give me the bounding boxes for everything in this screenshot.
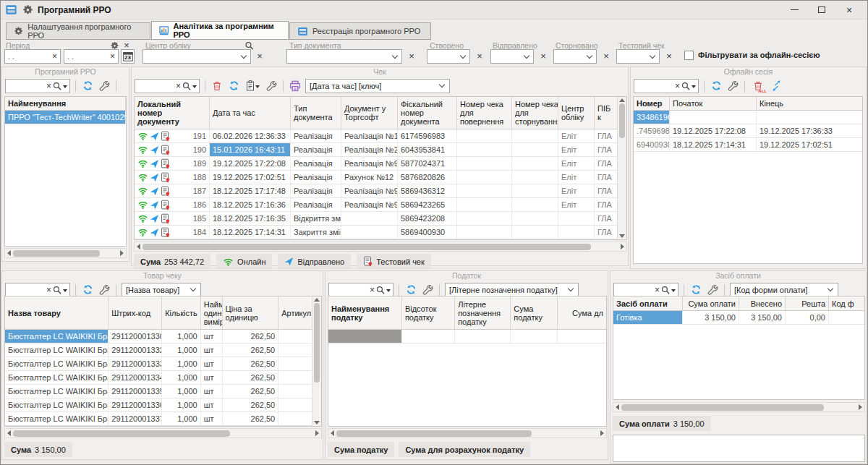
clear-x-icon[interactable]: × bbox=[655, 285, 660, 295]
column-header[interactable]: Внесено bbox=[739, 297, 786, 310]
close-button[interactable]: × bbox=[835, 2, 863, 18]
table-row[interactable]: Бюстгалтер LC WAIKIKI Бра ... 2911200013… bbox=[5, 344, 312, 357]
search-input[interactable]: × bbox=[613, 283, 678, 297]
column-header[interactable]: Засіб оплати bbox=[613, 297, 683, 310]
table-row[interactable]: Бюстгалтер LC WAIKIKI Бра ... 2911200013… bbox=[5, 398, 312, 412]
sent-clear-icon[interactable]: × bbox=[538, 51, 548, 61]
horizontal-scrollbar[interactable] bbox=[328, 428, 607, 438]
vertical-scrollbar[interactable] bbox=[312, 297, 321, 426]
column-header[interactable]: Відсоток податку bbox=[402, 297, 455, 329]
search-input[interactable]: × bbox=[634, 79, 699, 93]
refresh-button[interactable] bbox=[227, 80, 240, 93]
clear-x-icon[interactable]: × bbox=[52, 51, 57, 61]
table-row[interactable]: ПРРО "Тест-TechWriter" 4001029825 bbox=[5, 111, 126, 124]
table-row[interactable]: Бюстгалтер LC WAIKIKI Бра ... 2911200013… bbox=[5, 385, 312, 398]
horizontal-scrollbar[interactable] bbox=[4, 248, 127, 258]
center-select[interactable] bbox=[142, 49, 251, 64]
search-input[interactable]: × bbox=[135, 79, 200, 93]
table-row-selected[interactable]: 190 15.01.2026 16:43:11 Реалізація Реалі… bbox=[135, 143, 617, 157]
sort-select[interactable]: [Дата та час] [ключ] bbox=[305, 79, 450, 93]
table-row[interactable]: 185 18.12.2025 17:16:35 Відкриття зм... … bbox=[135, 212, 617, 226]
table-row[interactable]: 187 18.12.2025 17:17:48 Реалізація Реалі… bbox=[135, 184, 617, 198]
refresh-button[interactable] bbox=[81, 80, 94, 93]
date-from-input[interactable]: . . × bbox=[4, 49, 61, 64]
tab-registration[interactable]: Реєстрація програмного РРО bbox=[289, 22, 431, 40]
search-icon[interactable] bbox=[182, 82, 191, 90]
doc-type-select[interactable] bbox=[286, 49, 402, 64]
table-row[interactable]: Бюстгалтер LC WAIKIKI Бра ... 2911200013… bbox=[5, 371, 312, 385]
clear-x-icon[interactable]: × bbox=[370, 285, 375, 295]
refresh-button[interactable] bbox=[81, 283, 94, 297]
created-clear-icon[interactable]: × bbox=[475, 51, 485, 61]
search-icon[interactable] bbox=[53, 82, 61, 90]
settings-button[interactable] bbox=[421, 283, 434, 297]
clear-x-icon[interactable]: × bbox=[176, 81, 181, 91]
column-header[interactable]: Штрих-код bbox=[109, 297, 162, 329]
horizontal-scrollbar[interactable] bbox=[613, 402, 865, 412]
search-icon[interactable] bbox=[376, 286, 385, 294]
delete-all-button[interactable]: ALL bbox=[750, 80, 766, 93]
clear-x-icon[interactable]: × bbox=[46, 285, 51, 295]
horizontal-scrollbar[interactable] bbox=[134, 242, 627, 252]
refresh-button[interactable] bbox=[689, 283, 702, 297]
tab-settings[interactable]: Налаштування програмного РРО bbox=[6, 22, 150, 40]
column-header[interactable]: Ціна за одиницю bbox=[223, 297, 279, 329]
column-header[interactable]: Кінець bbox=[757, 97, 860, 110]
maximize-button[interactable] bbox=[808, 2, 835, 18]
search-icon[interactable] bbox=[681, 82, 690, 90]
storno-clear-icon[interactable]: × bbox=[601, 51, 611, 61]
refresh-button[interactable] bbox=[710, 80, 723, 93]
sent-select[interactable] bbox=[490, 49, 534, 64]
column-header[interactable]: Номер bbox=[634, 97, 670, 110]
vertical-scrollbar[interactable] bbox=[617, 97, 626, 239]
doc-type-clear-icon[interactable]: × bbox=[407, 51, 417, 61]
column-header[interactable]: Наймен одиниці виміру bbox=[201, 297, 223, 329]
column-header[interactable]: Номер чека для сторнування bbox=[512, 97, 558, 129]
column-header[interactable]: Номер чека для повернення bbox=[457, 97, 512, 129]
column-header[interactable]: Найменування bbox=[5, 97, 126, 110]
search-input[interactable]: × bbox=[5, 283, 70, 297]
clear-x-icon[interactable]: × bbox=[110, 51, 115, 61]
column-header[interactable]: Кількість bbox=[162, 297, 201, 329]
column-header[interactable]: Сума дл bbox=[558, 297, 606, 329]
search-icon[interactable] bbox=[53, 286, 61, 294]
print-button[interactable] bbox=[289, 80, 302, 93]
sort-select[interactable]: [Літерне позначення податку] bbox=[445, 283, 579, 297]
column-header[interactable]: Локальний номер документу bbox=[135, 97, 210, 129]
table-row[interactable]: 189 19.12.2025 17:22:08 Реалізація Реалі… bbox=[135, 157, 617, 171]
table-row-selected[interactable]: Готівка 3 150,00 3 150,00 0,00 bbox=[613, 311, 864, 325]
column-header[interactable]: Центр обліку bbox=[558, 97, 595, 129]
table-row[interactable]: 186 18.12.2025 17:16:36 Реалізація Реалі… bbox=[135, 198, 617, 212]
search-input[interactable]: × bbox=[5, 79, 70, 93]
column-header[interactable]: Фіскальний номер документа bbox=[398, 97, 457, 129]
tab-analytics[interactable]: Аналітика за програмним РРО bbox=[151, 21, 289, 40]
settings-button[interactable] bbox=[726, 80, 739, 93]
test-check-select[interactable] bbox=[616, 49, 660, 64]
table-row[interactable]: Бюстгалтер LC WAIKIKI Бра ... 2911200013… bbox=[5, 357, 312, 371]
date-to-input[interactable]: . . × bbox=[64, 49, 119, 64]
created-select[interactable] bbox=[427, 49, 470, 64]
test-check-clear-icon[interactable]: × bbox=[664, 51, 674, 61]
table-row[interactable]: 191 06.02.2026 12:36:33 Реалізація Реалі… bbox=[135, 129, 617, 143]
sync-button[interactable] bbox=[770, 80, 783, 93]
offline-filter-checkbox[interactable] bbox=[684, 51, 694, 60]
table-row-selected[interactable]: 33486196 bbox=[634, 111, 862, 124]
column-header[interactable]: Дата та час bbox=[210, 97, 291, 129]
report-button[interactable] bbox=[244, 80, 261, 93]
column-header[interactable]: Сума податку bbox=[511, 297, 557, 329]
search-input[interactable]: × bbox=[328, 283, 393, 297]
column-header[interactable]: Артикул bbox=[278, 297, 312, 329]
search-icon[interactable] bbox=[661, 286, 670, 294]
column-header[interactable]: ПІБ к bbox=[595, 97, 612, 129]
settings-button[interactable] bbox=[98, 283, 111, 297]
settings-button[interactable] bbox=[706, 283, 719, 297]
sort-select[interactable]: [Код форми оплати] bbox=[730, 283, 838, 297]
center-clear-icon[interactable]: × bbox=[255, 51, 265, 61]
table-row[interactable]: 69400930 18.12.2025 17:14:31 19.12.2025 … bbox=[634, 138, 862, 152]
clear-x-icon[interactable]: × bbox=[46, 81, 51, 91]
horizontal-scrollbar[interactable] bbox=[4, 428, 322, 438]
column-header[interactable]: Сума оплати bbox=[683, 297, 739, 310]
calendar-button[interactable]: 23 bbox=[121, 49, 135, 64]
sort-select[interactable]: [Назва товару] bbox=[122, 283, 201, 297]
table-row-empty-selected[interactable] bbox=[328, 330, 606, 344]
